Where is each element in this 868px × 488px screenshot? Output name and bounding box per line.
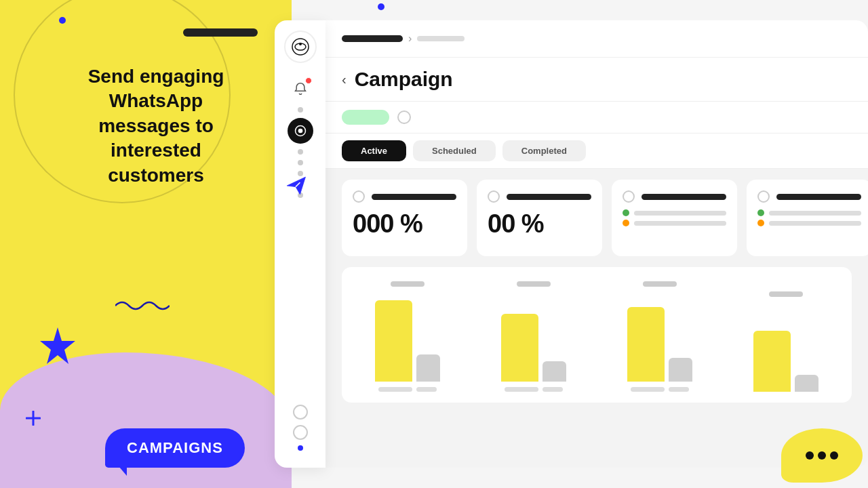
chat-bubble-right — [781, 428, 863, 483]
bar-sub-1 — [378, 387, 412, 392]
page-header: ‹ Campaign — [326, 58, 868, 102]
left-panel: Send engaging WhatsApp messages to inter… — [0, 0, 292, 488]
stat-card-4 — [747, 180, 868, 256]
dot-decoration-1 — [59, 17, 66, 24]
sub-bar-2 — [634, 221, 726, 226]
campaigns-label: CAMPAIGNS — [127, 439, 223, 456]
bar-gray-2 — [542, 361, 566, 382]
sidebar-dot-1 — [298, 107, 303, 113]
breadcrumb: › — [342, 33, 465, 45]
sidebar-bottom-circle-2[interactable] — [293, 425, 308, 440]
top-decoration-bar — [183, 28, 258, 37]
breadcrumb-secondary — [417, 36, 465, 41]
bar-yellow-3 — [627, 307, 665, 382]
sidebar-item-bell[interactable] — [288, 76, 313, 102]
bar-yellow-2 — [501, 314, 538, 382]
campaigns-badge[interactable]: CAMPAIGNS — [105, 428, 245, 468]
wavy-decoration — [115, 299, 170, 315]
chart-group-3 — [605, 278, 715, 392]
chart-bars-4 — [753, 304, 818, 392]
star-decoration — [37, 326, 78, 376]
filter-bar — [326, 102, 868, 134]
bar-sub-6 — [669, 387, 689, 392]
dot-green-1 — [623, 209, 629, 216]
stat-card-2: 00 % — [477, 180, 602, 256]
stat-circle-3 — [623, 190, 635, 203]
chart-group-1 — [353, 278, 462, 392]
tab-completed[interactable]: Completed — [502, 140, 586, 161]
chart-label-2 — [517, 281, 551, 287]
filter-toggle[interactable] — [397, 110, 411, 124]
chart-group-4 — [731, 278, 841, 392]
tab-bar: Active Scheduled Completed — [326, 134, 868, 169]
chat-dot-2 — [818, 451, 826, 460]
tab-active[interactable]: Active — [342, 140, 406, 161]
dot-decoration-2 — [378, 3, 384, 10]
sub-bar-1 — [634, 211, 726, 216]
stat-label-4 — [776, 194, 861, 200]
chart-bars-3 — [627, 293, 692, 382]
bar-yellow-1 — [375, 300, 412, 382]
sidebar-dot-2 — [298, 149, 303, 155]
bar-gray-4 — [795, 375, 818, 392]
chart-bars-1 — [375, 293, 440, 382]
sidebar-bottom — [293, 405, 308, 458]
chart-label-3 — [643, 281, 677, 287]
sidebar-dot-3 — [298, 160, 303, 165]
notification-dot — [305, 77, 312, 84]
chart-label-4 — [769, 291, 803, 297]
stat-circle-2 — [488, 190, 500, 203]
chart-label-1 — [391, 281, 425, 287]
breadcrumb-primary — [342, 35, 403, 42]
send-icon — [285, 175, 307, 199]
bar-yellow-4 — [753, 331, 791, 392]
breadcrumb-separator: › — [408, 33, 412, 45]
svg-marker-0 — [40, 327, 75, 364]
bar-sub-4 — [542, 387, 563, 392]
svg-point-6 — [298, 129, 302, 134]
stat-value-2: 00 % — [488, 209, 591, 239]
sidebar-bottom-circle-1[interactable] — [293, 405, 308, 420]
stat-sub-3 — [623, 209, 726, 226]
svg-point-5 — [299, 43, 302, 45]
sub-bar-4 — [769, 221, 861, 226]
chart-bars-2 — [501, 293, 566, 382]
stat-circle-4 — [757, 190, 770, 203]
stat-card-1: 000 % — [342, 180, 467, 256]
sidebar-item-campaigns[interactable] — [288, 118, 313, 144]
stat-label-1 — [372, 194, 456, 200]
chart-group-2 — [479, 278, 589, 392]
sub-bar-3 — [769, 211, 861, 216]
tab-scheduled[interactable]: Scheduled — [413, 140, 496, 161]
plus-decoration — [26, 409, 41, 430]
page-title: Campaign — [355, 68, 453, 91]
stat-value-1: 000 % — [353, 209, 456, 239]
stat-card-3 — [612, 180, 737, 256]
sidebar — [275, 20, 326, 468]
dot-green-2 — [757, 209, 764, 216]
filter-active-pill[interactable] — [342, 110, 389, 125]
back-button[interactable]: ‹ — [342, 72, 347, 87]
bar-sub-3 — [505, 387, 538, 392]
chart-area — [342, 267, 852, 403]
bar-gray-3 — [669, 358, 692, 382]
bar-sub-5 — [631, 387, 665, 392]
sidebar-logo[interactable] — [284, 30, 317, 63]
stat-circle-1 — [353, 190, 365, 203]
sidebar-bottom-dot-active — [298, 445, 303, 451]
chat-bubble-dots — [806, 451, 838, 460]
chat-dot-3 — [830, 451, 838, 460]
stat-label-2 — [507, 194, 591, 200]
main-heading: Send engaging WhatsApp messages to inter… — [61, 64, 251, 188]
stats-grid: 000 % 00 % — [326, 169, 868, 267]
main-content: › ‹ Campaign Active Scheduled Completed … — [326, 20, 868, 468]
stat-sub-4 — [757, 209, 861, 226]
chat-dot-1 — [806, 451, 814, 460]
dot-orange-1 — [623, 220, 629, 226]
stat-label-3 — [642, 194, 726, 200]
bar-gray-1 — [416, 354, 440, 382]
top-bar: › — [326, 20, 868, 58]
bar-sub-2 — [416, 387, 437, 392]
dot-orange-2 — [757, 220, 764, 226]
